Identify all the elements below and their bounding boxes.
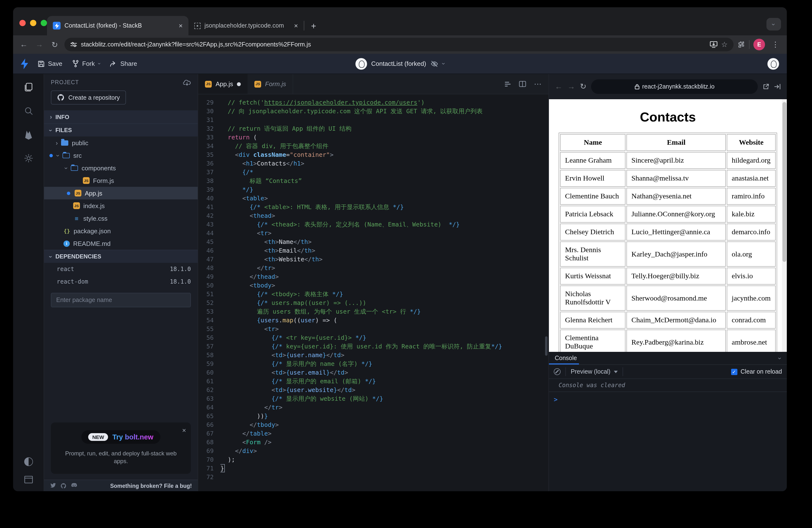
file-tree-item-public[interactable]: ›public: [44, 136, 198, 149]
tab-close-icon[interactable]: ×: [179, 22, 183, 30]
file-tree-item-package-json[interactable]: {}package.json: [44, 225, 198, 237]
theme-contrast-icon[interactable]: [13, 457, 44, 466]
bookmark-star-icon[interactable]: ☆: [721, 40, 728, 49]
preview-scrollbar-thumb[interactable]: [782, 102, 786, 262]
tab-jsonplaceholder[interactable]: jsonplaceholder.typicode.com ×: [188, 16, 304, 35]
url-text[interactable]: stackblitz.com/edit/react-j2anynkk?file=…: [81, 41, 706, 48]
code-line[interactable]: </tbody>: [220, 421, 548, 429]
github-icon[interactable]: [61, 483, 67, 488]
code-line[interactable]: <h1>Contacts</h1>: [220, 159, 548, 168]
code-line[interactable]: <th>Website</th>: [220, 255, 548, 264]
code-line[interactable]: <Form />: [220, 438, 548, 447]
tab-search-button[interactable]: ›: [767, 18, 781, 30]
code-line[interactable]: <td>{user.name}</td>: [220, 351, 548, 360]
code-line[interactable]: {/*: [220, 168, 548, 177]
fork-button[interactable]: Fork ›: [72, 60, 100, 67]
code-line[interactable]: </tr>: [220, 403, 548, 412]
code-line[interactable]: <table>: [220, 194, 548, 203]
console-source-select[interactable]: Preview (local): [571, 368, 618, 375]
promo-close-icon[interactable]: ×: [182, 426, 186, 434]
address-bar[interactable]: stackblitz.com/edit/react-j2anynkk?file=…: [64, 38, 734, 51]
unsaved-dot-icon[interactable]: [237, 82, 241, 86]
save-button[interactable]: Save: [38, 60, 62, 67]
package-name-input[interactable]: Enter package name: [51, 293, 191, 307]
fork-menu-chevron-icon[interactable]: ›: [97, 63, 102, 64]
dependency-row[interactable]: react-dom18.1.0: [44, 275, 198, 288]
tab-stackblitz[interactable]: ContactList (forked) - StackB ×: [47, 16, 188, 35]
code-line[interactable]: }: [220, 464, 548, 473]
preview-back-icon[interactable]: ←: [555, 82, 563, 91]
dependency-row[interactable]: react18.1.0: [44, 263, 198, 275]
dock-preview-icon[interactable]: [774, 84, 781, 89]
editor-tab-appjs[interactable]: JS App.js: [198, 74, 248, 94]
file-a-bug-link[interactable]: Something broken? File a bug!: [110, 483, 192, 488]
code-line[interactable]: {/* <thead>: 表头部分, 定义列名 (Name、Email、Webs…: [220, 220, 548, 229]
code-line[interactable]: <tr>: [220, 325, 548, 333]
console-prompt[interactable]: >: [549, 392, 787, 407]
stackblitz-logo-icon[interactable]: [21, 58, 28, 69]
file-tree-item-src[interactable]: ›src: [44, 149, 198, 162]
editor-tab-formjs[interactable]: JS Form.js: [248, 74, 293, 94]
new-tab-button[interactable]: +: [306, 21, 321, 31]
code-line[interactable]: <th>Email</th>: [220, 246, 548, 255]
file-tree-item-app-js[interactable]: JSApp.js: [44, 187, 198, 199]
clear-console-icon[interactable]: [554, 368, 561, 375]
code-line[interactable]: return (: [220, 133, 548, 142]
minimize-window-button[interactable]: [30, 20, 37, 26]
file-tree-item-readme-md[interactable]: iREADME.md: [44, 237, 198, 250]
code-line[interactable]: 标题 “Contacts”: [220, 177, 548, 185]
code-line[interactable]: </thead>: [220, 272, 548, 281]
preview-reload-icon[interactable]: ↻: [580, 82, 586, 91]
file-tree-item-components[interactable]: ›components: [44, 162, 198, 174]
code-line[interactable]: [220, 116, 548, 124]
code-line[interactable]: 遍历 users 数组, 为每个 user 生成一个 <tr> 行 */}: [220, 307, 548, 316]
code-line[interactable]: <thead>: [220, 211, 548, 220]
profile-avatar[interactable]: E: [753, 39, 765, 50]
forward-icon[interactable]: →: [33, 40, 45, 49]
clear-on-reload-checkbox[interactable]: ✓: [731, 368, 737, 375]
discord-icon[interactable]: [71, 483, 77, 488]
code-line[interactable]: <tr>: [220, 229, 548, 238]
code-line[interactable]: {/* 显示用户的 website (网站) */}: [220, 394, 548, 403]
close-window-button[interactable]: [19, 20, 26, 26]
search-icon[interactable]: [24, 106, 33, 116]
code-line[interactable]: <th>Name</th>: [220, 238, 548, 246]
install-app-icon[interactable]: [710, 41, 717, 48]
code-line[interactable]: {/* 显示用户的 name (名字) */}: [220, 360, 548, 368]
preview-scrollbar[interactable]: [782, 99, 787, 352]
user-avatar[interactable]: [767, 58, 779, 70]
console-collapse-icon[interactable]: ›: [777, 357, 783, 359]
eye-off-icon[interactable]: [431, 60, 438, 67]
code-editor[interactable]: 2930313233343536373839404142434445464748…: [198, 94, 548, 491]
zoom-window-button[interactable]: [41, 20, 47, 26]
code-line[interactable]: <tbody>: [220, 281, 548, 290]
twitter-icon[interactable]: [50, 483, 56, 488]
dependencies-section-header[interactable]: ›DEPENDENCIES: [44, 250, 198, 263]
files-section-header[interactable]: ›FILES: [44, 123, 198, 136]
files-panel-icon[interactable]: [23, 82, 34, 92]
editor-scrollbar[interactable]: [545, 336, 548, 356]
clear-on-reload-control[interactable]: ✓ Clear on reload: [731, 368, 782, 375]
info-section-header[interactable]: ›INFO: [44, 110, 198, 123]
code-line[interactable]: [220, 473, 548, 482]
firebase-icon[interactable]: [24, 129, 33, 140]
code-line[interactable]: <td>{user.website}</td>: [220, 386, 548, 394]
preview-forward-icon[interactable]: →: [567, 82, 575, 91]
project-menu-chevron-icon[interactable]: ›: [440, 63, 447, 65]
code-line[interactable]: <td>{user.email}</td>: [220, 368, 548, 377]
code-line[interactable]: {/* 显示用户的 email (邮箱) */}: [220, 377, 548, 386]
layout-panel-icon[interactable]: [13, 476, 44, 483]
back-icon[interactable]: ←: [18, 40, 30, 49]
code-line[interactable]: ))}: [220, 412, 548, 421]
code-line[interactable]: {/* key={user.id}: 使用 user.id 作为 React 的…: [220, 342, 548, 351]
code-line[interactable]: // return 语句返回 App 组件的 UI 结构: [220, 124, 548, 133]
code-line[interactable]: // fetch('https://jsonplaceholder.typico…: [220, 98, 548, 107]
cloud-download-icon[interactable]: [183, 79, 191, 86]
code-line[interactable]: </table>: [220, 429, 548, 438]
window-controls[interactable]: [19, 20, 47, 26]
extensions-puzzle-icon[interactable]: [737, 41, 745, 48]
code-line[interactable]: {/* <tr key={user.id}> */}: [220, 333, 548, 342]
code-line[interactable]: </div>: [220, 447, 548, 455]
editor-more-icon[interactable]: ⋯: [534, 79, 542, 89]
console-tab[interactable]: Console: [555, 355, 577, 362]
